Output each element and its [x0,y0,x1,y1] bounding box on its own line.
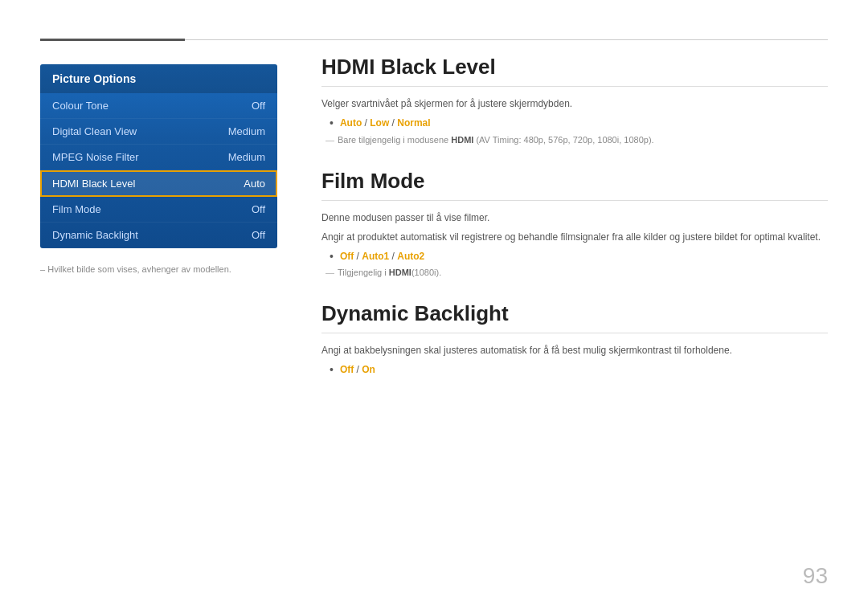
picture-options-box: Picture Options Colour Tone Off Digital … [40,64,277,248]
menu-item-dynamic-backlight[interactable]: Dynamic Backlight Off [40,223,277,248]
menu-item-mpeg-noise-filter[interactable]: MPEG Noise Filter Medium [40,145,277,170]
note-hdmi: Bare tilgjengelig i modusene HDMI (AV Ti… [321,135,828,145]
bullet-item-dynamic: • Off / On [321,362,828,378]
menu-item-colour-tone[interactable]: Colour Tone Off [40,93,277,119]
bullet-text-dynamic: Off / On [340,362,375,377]
right-content: HDMI Black Level Velger svartnivået på s… [321,55,828,403]
note-film-text: Tilgjengelig i HDMI(1080i). [338,268,441,277]
menu-item-digital-clean-view[interactable]: Digital Clean View Medium [40,119,277,145]
section-dynamic-backlight: Dynamic Backlight Angi at bakbelysningen… [321,301,828,378]
section-desc-film-1: Denne modusen passer til å vise filmer. [321,210,828,225]
menu-item-label: Dynamic Backlight [52,229,138,241]
top-decorative-lines [40,39,828,41]
section-title-dynamic: Dynamic Backlight [321,301,828,333]
film-option-auto1: Auto1 [362,251,389,262]
note-hdmi-bold: HDMI [451,135,473,145]
dynamic-option-off: Off [340,364,354,375]
section-title-hdmi: HDMI Black Level [321,55,828,87]
menu-item-hdmi-black-level[interactable]: HDMI Black Level Auto [40,170,277,197]
section-desc-dynamic-1: Angi at bakbelysningen skal justeres aut… [321,343,828,358]
film-option-off: Off [340,251,354,262]
bullet-item-film: • Off / Auto1 / Auto2 [321,249,828,265]
picture-options-title: Picture Options [40,64,277,93]
menu-item-film-mode[interactable]: Film Mode Off [40,197,277,223]
menu-item-label: Digital Clean View [52,125,137,137]
note-film-bold: HDMI [389,268,411,277]
note-hdmi-text: Bare tilgjengelig i modusene HDMI (AV Ti… [338,135,654,145]
section-hdmi-black-level: HDMI Black Level Velger svartnivået på s… [321,55,828,145]
menu-item-label: Film Mode [52,203,101,215]
section-title-film: Film Mode [321,169,828,201]
top-line-light [185,39,828,40]
page-number: 93 [803,563,828,589]
sidebar-footnote: Hvilket bilde som vises, avhenger av mod… [40,264,277,274]
menu-item-value: Off [252,229,265,241]
menu-item-label: HDMI Black Level [52,178,135,190]
top-line-dark [40,39,185,41]
menu-item-value: Off [252,100,265,112]
section-desc-hdmi-1: Velger svartnivået på skjermen for å jus… [321,96,828,111]
menu-item-value: Medium [228,125,265,137]
hdmi-option-normal: Normal [397,117,430,129]
bullet-text-film: Off / Auto1 / Auto2 [340,249,424,264]
bullet-dot-film: • [330,249,334,265]
bullet-dot-hdmi: • [330,116,334,132]
bullet-dot-dynamic: • [330,362,334,378]
note-film: Tilgjengelig i HDMI(1080i). [321,268,828,277]
film-option-auto2: Auto2 [397,251,424,262]
dynamic-option-on: On [362,364,375,375]
bullet-item-hdmi: • Auto / Low / Normal [321,116,828,132]
menu-item-label: Colour Tone [52,100,108,112]
menu-item-value: Medium [228,151,265,163]
menu-item-label: MPEG Noise Filter [52,151,139,163]
section-desc-film-2: Angir at produktet automatisk vil regist… [321,230,828,244]
menu-item-value: Auto [244,178,265,190]
section-film-mode: Film Mode Denne modusen passer til å vis… [321,169,828,278]
hdmi-option-low: Low [370,117,389,129]
left-panel: Picture Options Colour Tone Off Digital … [40,64,277,274]
menu-item-value: Off [252,203,265,215]
bullet-text-hdmi: Auto / Low / Normal [340,116,431,130]
hdmi-option-auto: Auto [340,117,362,129]
